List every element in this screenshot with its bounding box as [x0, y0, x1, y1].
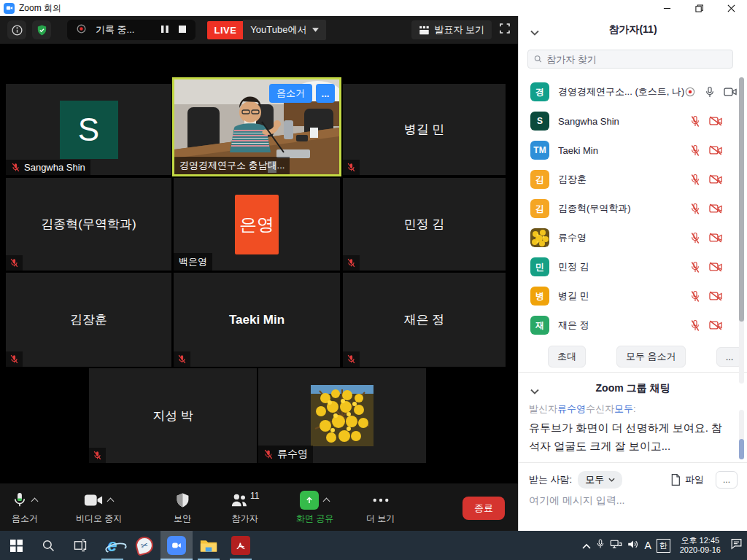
- end-meeting-button[interactable]: 종료: [462, 497, 505, 520]
- participant-row[interactable]: 김 김장훈: [519, 165, 747, 194]
- video-options-caret[interactable]: [108, 497, 114, 503]
- video-tile-baekeunyoung[interactable]: 은영 백은영: [174, 178, 340, 271]
- chat-message-input[interactable]: [529, 494, 733, 506]
- participant-row[interactable]: 민 민정 김: [519, 252, 747, 281]
- video-tile-sangwha[interactable]: S Sangwha Shin: [6, 84, 171, 175]
- participants-control[interactable]: 11 참가자: [231, 489, 259, 525]
- taskbar-clock[interactable]: 오후 12:45 2020-09-16: [676, 536, 725, 555]
- live-badge: LIVE: [207, 21, 243, 39]
- encryption-shield-icon[interactable]: [32, 20, 51, 39]
- mic-muted-icon[interactable]: [690, 319, 700, 332]
- participants-scrollbar-thumb[interactable]: [739, 77, 744, 322]
- taskbar-internet-explorer[interactable]: e: [96, 531, 128, 560]
- participant-search-input[interactable]: [546, 54, 727, 65]
- camera-on-icon[interactable]: [724, 87, 737, 97]
- ime-korean-indicator[interactable]: 한: [657, 539, 670, 553]
- chat-scrollbar-thumb[interactable]: [739, 439, 744, 459]
- task-view-button[interactable]: [64, 531, 96, 560]
- ime-latin-indicator[interactable]: A: [644, 540, 651, 551]
- video-tile-kimjonghyuk[interactable]: 김종혁(무역학과): [6, 178, 171, 271]
- mic-muted-icon[interactable]: [690, 144, 700, 157]
- mic-muted-icon[interactable]: [690, 203, 700, 215]
- participant-row[interactable]: 김 김종혁(무역학과): [519, 194, 747, 223]
- camera-muted-icon[interactable]: [709, 116, 722, 126]
- participant-row[interactable]: TM Taeki Min: [519, 136, 747, 165]
- more-control[interactable]: 더 보기: [366, 489, 395, 525]
- tray-network-icon[interactable]: [610, 539, 622, 553]
- security-control[interactable]: 보안: [174, 489, 191, 525]
- chat-colon: :: [633, 403, 636, 414]
- taskbar-acrobat[interactable]: [225, 531, 257, 560]
- speaker-view-button[interactable]: 발표자 보기: [411, 20, 492, 39]
- mic-muted-icon[interactable]: [690, 261, 700, 273]
- minimize-button[interactable]: [651, 0, 683, 16]
- meeting-topbar: 기록 중... LIVE YouTube에서 발표자 보기: [0, 16, 518, 44]
- file-icon: [670, 474, 681, 486]
- video-tile-jiseong[interactable]: 지성 박: [89, 368, 257, 463]
- camera-muted-icon[interactable]: [709, 291, 722, 301]
- mute-all-button[interactable]: 모두 음소거: [616, 346, 686, 368]
- mic-muted-icon[interactable]: [690, 115, 700, 128]
- recipient-dropdown[interactable]: 모두: [578, 471, 622, 489]
- start-button[interactable]: [0, 531, 32, 560]
- stop-video-control[interactable]: 비디오 중지: [76, 489, 122, 525]
- action-center-icon[interactable]: [730, 538, 743, 553]
- participant-row-host[interactable]: 경 경영경제연구소... (호스트, 나): [519, 77, 747, 106]
- participant-row[interactable]: 재 재은 정: [519, 311, 747, 340]
- task-view-icon: [74, 539, 87, 552]
- window-title: Zoom 회의: [19, 2, 61, 15]
- video-tile-jaeeun[interactable]: 재은 정: [343, 273, 506, 367]
- participant-list: 경 경영경제연구소... (호스트, 나) S Sangwha Shin: [519, 77, 747, 340]
- tile-mute-button[interactable]: 음소거: [269, 84, 312, 103]
- participant-row[interactable]: S Sangwha Shin: [519, 106, 747, 136]
- camera-muted-icon[interactable]: [709, 174, 722, 184]
- participant-row[interactable]: 병 병길 민: [519, 281, 747, 311]
- pause-recording-icon[interactable]: [160, 23, 169, 36]
- collapse-chat-icon[interactable]: [530, 385, 539, 397]
- mic-muted-icon[interactable]: [690, 290, 700, 303]
- youtube-stream-dropdown[interactable]: YouTube에서: [243, 20, 326, 40]
- fullscreen-icon[interactable]: [499, 23, 511, 37]
- taskbar-zoom-app[interactable]: [160, 531, 193, 560]
- mic-muted-icon[interactable]: [690, 174, 700, 186]
- participant-name: 민정 김: [558, 260, 589, 273]
- avatar: 병: [530, 287, 549, 306]
- video-tile-host-active[interactable]: 음소거 ... 경영경제연구소 충남대...: [172, 77, 341, 176]
- chat-from-name[interactable]: 류수영: [557, 403, 586, 414]
- video-tile-minjeong[interactable]: 민정 김: [343, 178, 506, 271]
- chat-to-name[interactable]: 모두: [614, 403, 633, 414]
- zoom-app-icon: [167, 536, 186, 555]
- camera-muted-icon[interactable]: [709, 203, 722, 214]
- participant-row[interactable]: 류수영: [519, 223, 747, 252]
- share-screen-control[interactable]: 화면 공유: [296, 489, 333, 525]
- video-tile-byeonggil[interactable]: 병길 민: [343, 84, 506, 175]
- camera-muted-icon[interactable]: [709, 233, 722, 243]
- video-tile-kimjanghun[interactable]: 김장훈: [6, 273, 171, 367]
- taskbar-snipping-tool[interactable]: ✂: [128, 531, 160, 560]
- taskbar-search-button[interactable]: [32, 531, 64, 560]
- camera-muted-icon[interactable]: [709, 320, 722, 330]
- collapse-participants-icon[interactable]: [530, 26, 539, 38]
- taskbar-file-explorer[interactable]: [193, 531, 225, 560]
- participant-search[interactable]: [527, 50, 733, 69]
- meeting-info-icon[interactable]: [7, 20, 26, 39]
- camera-muted-icon[interactable]: [709, 262, 722, 272]
- mic-on-icon[interactable]: [705, 86, 715, 98]
- restore-button[interactable]: [683, 0, 715, 16]
- mic-options-caret[interactable]: [32, 497, 38, 503]
- mute-control[interactable]: 음소거: [12, 489, 38, 525]
- camera-muted-icon[interactable]: [709, 145, 722, 155]
- invite-button[interactable]: 초대: [548, 346, 586, 368]
- tray-mic-icon[interactable]: [596, 538, 605, 553]
- share-options-caret[interactable]: [324, 497, 330, 503]
- tile-more-button[interactable]: ...: [316, 84, 335, 103]
- stop-recording-icon[interactable]: [178, 23, 187, 36]
- close-button[interactable]: [715, 0, 747, 16]
- tray-volume-icon[interactable]: [627, 539, 639, 553]
- show-hidden-icons-button[interactable]: [582, 539, 591, 552]
- chat-more-button[interactable]: ...: [716, 471, 738, 489]
- mic-muted-icon[interactable]: [690, 232, 700, 244]
- file-button[interactable]: 파일: [685, 473, 704, 486]
- video-tile-taeki[interactable]: Taeki Min: [174, 273, 340, 367]
- video-tile-ryusuyoung[interactable]: 류수영: [258, 368, 426, 463]
